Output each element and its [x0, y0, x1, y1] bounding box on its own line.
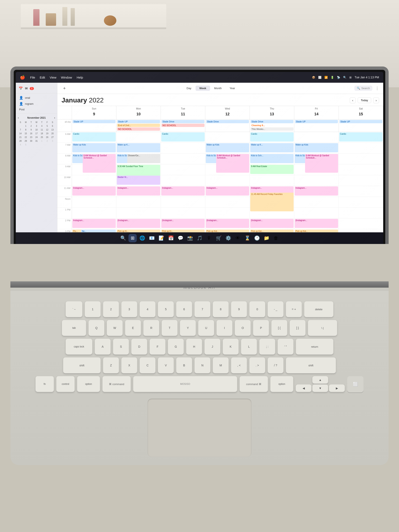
event-realestate-thu[interactable]: 9 AM Real Estate [250, 165, 294, 174]
key-l[interactable]: L [241, 339, 257, 355]
key-option[interactable]: option [77, 376, 100, 392]
trackpad[interactable] [147, 399, 252, 457]
allday-event-mon3[interactable]: NO SCHOOL [117, 127, 160, 131]
allday-event-thu2[interactable]: Cleaning 9... [250, 124, 293, 127]
key-t[interactable]: T [162, 320, 177, 336]
tab-year[interactable]: Year [226, 86, 239, 91]
key-7[interactable]: 7 [195, 301, 210, 317]
sidebar-item-rogram[interactable]: 👤 rogram [16, 101, 57, 107]
key-q[interactable]: Q [89, 320, 104, 336]
event-instagram2-wed[interactable]: (Instagram... [206, 219, 249, 228]
mini-cal-prev[interactable]: ‹ [18, 116, 19, 119]
dock-item-launchpad[interactable]: ⊞ [128, 234, 137, 242]
event-pickup-mon[interactable]: Pick up Ki... [117, 230, 160, 232]
today-button[interactable]: Today [358, 97, 371, 103]
key-comma[interactable]: , < [231, 357, 247, 373]
key-command-left[interactable]: ⌘ command [102, 376, 131, 392]
event-wake-fri[interactable]: Wake up Kids [295, 143, 338, 152]
event-instagram-mon[interactable]: Instagram... [117, 186, 160, 196]
key-v[interactable]: V [158, 357, 174, 373]
key-u[interactable]: U [198, 320, 214, 336]
dock-item-trash[interactable]: 🗑 [272, 234, 280, 242]
event-pickup-sun2[interactable]: Ne... [81, 230, 116, 232]
event-wake-sun[interactable]: Wake up Kids [72, 143, 116, 152]
key-period[interactable]: . > [249, 357, 265, 373]
event-instagram-fri[interactable]: Instagram... [295, 186, 338, 196]
event-wake-thu[interactable]: Wake up K... [250, 143, 294, 152]
key-d[interactable]: D [131, 339, 147, 355]
key-5[interactable]: 5 [158, 301, 174, 317]
dock-item-messages[interactable]: 💬 [176, 234, 184, 242]
dock-item-appstore[interactable]: 🛒 [215, 234, 223, 242]
key-2[interactable]: 2 [103, 301, 119, 317]
key-space[interactable]: MOSISO [133, 376, 237, 392]
allday-event-sat1[interactable]: Slade UP [339, 120, 382, 123]
event-kids-sch-thu[interactable]: Kids to Sch... [250, 154, 294, 163]
allday-event-thu1[interactable]: Slade Drive [250, 120, 293, 123]
dock-item-clock[interactable]: 🕐 [253, 234, 261, 242]
key-equals[interactable]: = + [286, 301, 302, 317]
control-center-icon[interactable]: ⊞ [349, 76, 352, 79]
key-j[interactable]: J [204, 339, 220, 355]
key-f[interactable]: F [150, 339, 165, 355]
event-pickup-fri[interactable]: Pick up Kid... [295, 230, 338, 232]
key-g[interactable]: G [168, 339, 184, 355]
sidebar-item-post[interactable]: Post [16, 107, 57, 112]
key-slash[interactable]: / ? [268, 357, 284, 373]
event-instagram-wed[interactable]: Instagram... [206, 186, 249, 196]
mini-cal-next[interactable]: › [54, 116, 55, 119]
dock-item-finder[interactable]: 🔍 [119, 234, 127, 242]
allday-event-mon1[interactable]: Slade UP [117, 120, 160, 123]
event-wake-wed[interactable]: Wake up Kids [206, 143, 249, 152]
key-arrow-right[interactable]: ▶ [329, 385, 345, 392]
event-instagram-tue[interactable]: Instagram... [161, 186, 205, 196]
allday-event[interactable]: Slade UP [73, 120, 115, 123]
key-e[interactable]: E [125, 320, 141, 336]
mail-icon[interactable]: ✉ [25, 86, 28, 90]
key-bracket-close[interactable]: ] } [290, 320, 305, 336]
event-record-thu[interactable]: 11.45 AM Record Friday Favorites [250, 193, 294, 211]
key-option-right[interactable]: option [270, 376, 293, 392]
key-n[interactable]: N [195, 357, 210, 373]
dock-item-preview[interactable]: 👁 [234, 234, 242, 242]
event-workout-wed[interactable]: 8 AM Workout @ Sanibel Schedule... [216, 154, 249, 173]
allday-event-thu3[interactable]: This Weeks... [250, 127, 293, 131]
allday-event-tue2[interactable]: NO SCHOOL [161, 124, 204, 127]
event-workout-sun[interactable]: 8 AM Workout @ Sanibel Schedule... [83, 154, 116, 173]
key-r[interactable]: R [143, 320, 159, 336]
event-workout-fri[interactable]: 8 AM Workout @ Sanibel Schedule... [305, 154, 338, 173]
allday-event-fri1[interactable]: Slade UP [295, 120, 338, 123]
key-return[interactable]: return [296, 339, 333, 355]
key-caps[interactable]: caps lock [66, 339, 92, 355]
key-y[interactable]: Y [180, 320, 196, 336]
key-a[interactable]: A [95, 339, 111, 355]
key-3[interactable]: 3 [121, 301, 137, 317]
key-semicolon[interactable]: ; : [259, 339, 275, 355]
sidebar-item-onal[interactable]: 👤 onal [16, 95, 57, 101]
key-arrow-left[interactable]: ◀ [296, 385, 311, 392]
key-z[interactable]: Z [103, 357, 119, 373]
tab-week[interactable]: Week [196, 86, 210, 91]
key-p[interactable]: P [253, 320, 269, 336]
event-cardio-thu[interactable]: Cardio [250, 132, 294, 141]
key-shift-left[interactable]: shift [63, 357, 101, 373]
event-instagram2-tue[interactable]: (Instagram... [161, 219, 205, 228]
key-control[interactable]: control [56, 376, 75, 392]
key-x[interactable]: X [121, 357, 137, 373]
event-instagram2-fri[interactable]: (Instagram... [295, 219, 338, 228]
menu-help[interactable]: Help [77, 76, 83, 79]
key-c[interactable]: C [140, 357, 155, 373]
dock-item-safari[interactable]: 🌐 [138, 234, 146, 242]
apple-menu[interactable]: 🍎 [20, 75, 25, 80]
key-w[interactable]: W [107, 320, 123, 336]
key-m[interactable]: M [213, 357, 228, 373]
menu-file[interactable]: File [30, 76, 35, 79]
dock-item-music[interactable]: 🎵 [195, 234, 204, 242]
dock-item-photos[interactable]: 📸 [186, 234, 194, 242]
dock-item-screentime[interactable]: ⌛ [243, 234, 252, 242]
key-backtick[interactable]: ` ~ [66, 301, 82, 317]
dock-item-finder2[interactable]: 📁 [262, 234, 271, 242]
key-8[interactable]: 8 [213, 301, 228, 317]
key-backslash[interactable]: \ | [308, 320, 337, 336]
event-pickup-tue[interactable]: Pick up Ki... [161, 230, 205, 232]
